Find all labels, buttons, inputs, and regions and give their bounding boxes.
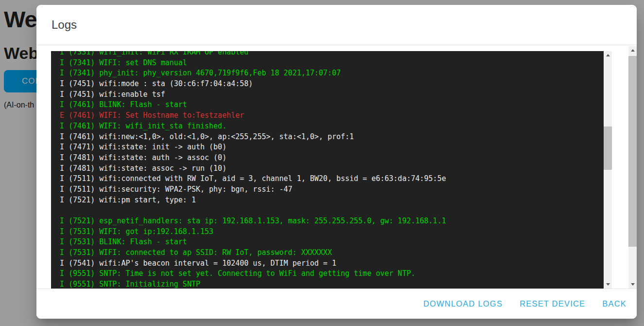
log-line: I (7531) WIFI: got ip:192.168.1.153 [60,227,612,237]
log-line: I (7341) WIFI: set DNS manual [60,58,612,69]
log-line: I (7481) wifi:state: auth -> assoc (0) [60,153,612,163]
dialog-title: Logs [52,18,77,32]
log-line: I (9551) SNTP: Time is not set yet. Conn… [60,269,612,279]
download-logs-button[interactable]: DOWNLOAD LOGS [423,299,503,308]
scroll-down-icon[interactable] [628,280,637,289]
log-line: I (7331) wifi_init: WiFi RX IRAM OP enab… [60,51,612,58]
dialog-scrollbar[interactable] [628,46,637,289]
scroll-up-icon[interactable] [628,46,637,54]
log-line: I (7341) phy_init: phy_version 4670,719f… [60,68,612,79]
log-scrollbar[interactable] [604,51,612,289]
log-viewer[interactable]: I (7331) wifi_init: WiFi RX IRAM OP enab… [51,51,612,289]
scroll-down-icon[interactable] [604,280,612,289]
log-line: I (7541) wifi:AP's beacon interval = 102… [60,258,612,269]
log-line: I (7521) esp_netif_handlers: sta ip: 192… [60,216,612,227]
dialog-scrollbar-thumb[interactable] [628,56,637,247]
log-content: I (7331) wifi_init: WiFi RX IRAM OP enab… [51,51,612,289]
logs-dialog: Logs I (7331) wifi_init: WiFi RX IRAM OP… [36,5,637,319]
scroll-up-icon[interactable] [604,51,612,59]
log-line: I (7521) wifi:pm start, type: 1 [60,195,612,206]
log-line: I (7511) wifi:security: WPA2-PSK, phy: b… [60,184,612,195]
log-line: I (7471) wifi:state: init -> auth (b0) [60,142,612,153]
dialog-header: Logs [36,5,637,45]
back-button[interactable]: BACK [602,299,627,308]
log-line: I (7531) WIFI: connected to ap SSID: RW … [60,248,612,258]
reset-device-button[interactable]: RESET DEVICE [520,299,585,308]
dialog-footer: DOWNLOAD LOGS RESET DEVICE BACK [36,289,637,319]
log-line: I (7511) wifi:connected with RW IoT, aid… [60,174,612,184]
log-line: I (7461) BLINK: Flash - start [60,100,612,110]
log-line: I (7451) wifi:mode : sta (30:c6:f7:04:a4… [60,79,612,90]
log-line [60,205,612,216]
log-scrollbar-thumb[interactable] [604,127,612,170]
log-line: I (9551) SNTP: Initializing SNTP [60,279,612,289]
log-line: E (7461) WIFI: Set Hostname to:Testzaehl… [60,110,612,121]
log-line: I (7451) wifi:enable tsf [60,90,612,100]
dialog-body: I (7331) wifi_init: WiFi RX IRAM OP enab… [36,45,637,289]
log-line: I (7481) wifi:state: assoc -> run (10) [60,163,612,174]
log-line: I (7461) wifi:new:<1,0>, old:<1,0>, ap:<… [60,132,612,143]
log-line: I (7461) WIFI: wifi_init_sta finished. [60,121,612,132]
log-line: I (7531) BLINK: Flash - start [60,237,612,248]
